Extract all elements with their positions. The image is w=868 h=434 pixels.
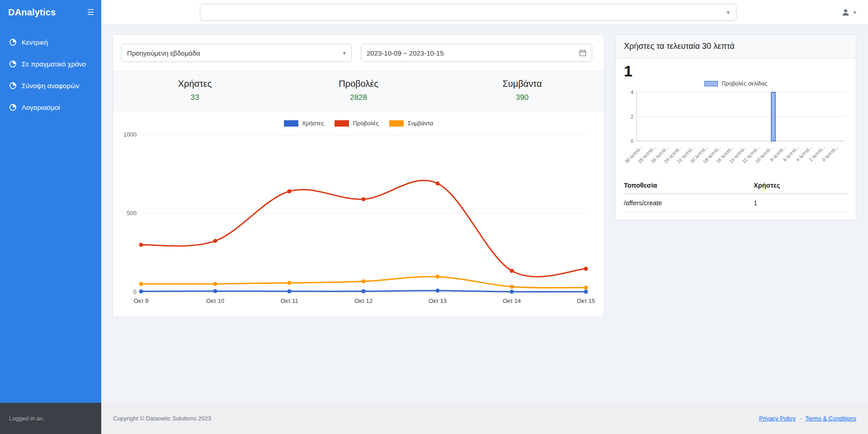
legend-label: Προβολές σελίδας [722, 80, 767, 87]
user-icon [841, 8, 850, 17]
active-users-count: 1 [616, 58, 856, 80]
stat-views-label: Προβολές [277, 79, 440, 89]
sidebar-footer: Logged in as: [0, 403, 101, 434]
realtime-chart-legend: Προβολές σελίδας [616, 80, 856, 87]
calendar-icon [579, 49, 586, 57]
traffic-chart-legend: Χρήστες Προβολές Συμβάντα [118, 115, 599, 127]
svg-text:0: 0 [133, 288, 137, 295]
user-menu-button[interactable]: ▾ [841, 8, 856, 17]
app-title[interactable]: DAnalytics [8, 7, 56, 18]
svg-text:Οκτ 15: Οκτ 15 [577, 297, 595, 304]
sidebar-item-home[interactable]: Κεντρική [0, 31, 101, 53]
filters-row: Προηγούμενη εβδομάδα ▾ 2023-10-09 ~ 2023… [113, 35, 604, 71]
realtime-panel-body: 1 Προβολές σελίδας 02430 λεπτά...28 λεπτ… [616, 58, 856, 212]
sidebar-item-accounts[interactable]: Λογαριασμοί [0, 96, 101, 118]
legend-swatch [284, 120, 298, 127]
period-select[interactable]: Προηγούμενη εβδομάδα ▾ [121, 44, 352, 62]
table-cell-location: /offers/create [624, 194, 754, 212]
sidebar-item-label: Κεντρική [22, 38, 48, 46]
sidebar-item-realtime[interactable]: Σε πραγματικό χρόνο [0, 53, 101, 75]
svg-text:2: 2 [631, 114, 633, 119]
sidebar-header: DAnalytics ☰ [0, 0, 101, 25]
date-range-input[interactable]: 2023-10-09 ~ 2023-10-15 [361, 44, 592, 62]
pie-chart-icon [9, 60, 17, 68]
topbar: ▾ ▾ [101, 0, 868, 25]
realtime-bar-chart: 02430 λεπτά...28 λεπτά...26 λεπτά...24 λ… [623, 89, 848, 171]
realtime-pages-table: Τοποθεσία Χρήστες /offers/create 1 [624, 177, 848, 212]
main-column: ▾ ▾ Προηγούμενη εβδομάδα ▾ 2023-10-09 ~ … [101, 0, 868, 434]
app-root: DAnalytics ☰ Κεντρική Σε πραγματικό χρόν… [0, 0, 868, 434]
table-cell-users: 1 [754, 194, 848, 212]
stats-row: Χρήστες 33 Προβολές 2828 Συμβάντα 390 [113, 71, 604, 111]
legend-swatch [704, 81, 718, 86]
terms-link[interactable]: Terms & Conditions [805, 415, 856, 422]
logged-in-as-label: Logged in as: [9, 415, 44, 422]
sidebar-item-label: Λογαριασμοί [22, 104, 60, 111]
table-row: /offers/create 1 [624, 194, 848, 212]
legend-item-pageviews: Προβολές σελίδας [704, 80, 767, 87]
links-separator: · [800, 415, 802, 422]
stat-views-value: 2828 [277, 93, 440, 102]
pie-chart-icon [9, 38, 17, 46]
stat-events-value: 390 [440, 93, 604, 102]
stat-events: Συμβάντα 390 [440, 79, 604, 102]
legend-label: Συμβάντα [407, 120, 433, 127]
traffic-line-chart: 05001000Οκτ 9Οκτ 10Οκτ 11Οκτ 12Οκτ 13Οκτ… [118, 127, 599, 308]
menu-toggle-button[interactable]: ☰ [87, 8, 94, 17]
realtime-panel: Χρήστες τα τελευταία 30 λεπτά 1 Προβολές… [615, 34, 856, 220]
chevron-down-icon: ▾ [726, 9, 730, 15]
svg-text:Οκτ 11: Οκτ 11 [281, 297, 298, 304]
realtime-panel-title: Χρήστες τα τελευταία 30 λεπτά [616, 35, 856, 58]
stat-users: Χρήστες 33 [113, 79, 277, 102]
legend-item-users: Χρήστες [284, 120, 324, 127]
svg-text:Οκτ 14: Οκτ 14 [503, 297, 521, 304]
date-range-value: 2023-10-09 ~ 2023-10-15 [367, 49, 444, 57]
legend-item-views: Προβολές [335, 120, 378, 127]
sidebar-item-label: Σύνοψη αναφορών [22, 82, 79, 90]
svg-text:500: 500 [127, 210, 137, 217]
sidebar-item-label: Σε πραγματικό χρόνο [22, 60, 86, 68]
sidebar: DAnalytics ☰ Κεντρική Σε πραγματικό χρόν… [0, 0, 101, 434]
period-select-value: Προηγούμενη εβδομάδα [127, 49, 200, 57]
stat-views: Προβολές 2828 [277, 79, 440, 102]
chevron-down-icon: ▾ [343, 50, 346, 56]
footer-links: Privacy Policy · Terms & Conditions [759, 415, 856, 422]
pie-chart-icon [9, 82, 17, 90]
svg-text:Οκτ 12: Οκτ 12 [354, 297, 373, 304]
svg-text:1000: 1000 [123, 131, 137, 138]
svg-text:4: 4 [631, 90, 633, 95]
account-search-select[interactable]: ▾ [200, 4, 736, 21]
chevron-down-icon: ▾ [853, 9, 856, 15]
legend-label: Προβολές [353, 120, 378, 127]
traffic-panel: Προηγούμενη εβδομάδα ▾ 2023-10-09 ~ 2023… [113, 34, 604, 317]
footer: Copyright © Datanetic Solutions 2023 Pri… [101, 403, 868, 434]
realtime-chart-wrap: 02430 λεπτά...28 λεπτά...26 λεπτά...24 λ… [616, 87, 856, 173]
legend-swatch [335, 120, 349, 127]
svg-text:Οκτ 9: Οκτ 9 [134, 297, 149, 304]
sidebar-item-reports[interactable]: Σύνοψη αναφορών [0, 75, 101, 96]
table-header-users: Χρήστες [754, 177, 848, 194]
svg-text:Οκτ 10: Οκτ 10 [206, 297, 224, 304]
pie-chart-icon [9, 104, 17, 111]
svg-text:Οκτ 13: Οκτ 13 [429, 297, 447, 304]
stat-users-value: 33 [113, 93, 277, 102]
privacy-policy-link[interactable]: Privacy Policy [759, 415, 796, 422]
sidebar-nav: Κεντρική Σε πραγματικό χρόνο Σύνοψη αναφ… [0, 31, 101, 403]
table-header-row: Τοποθεσία Χρήστες [624, 177, 848, 194]
traffic-chart-block: Χρήστες Προβολές Συμβάντα 05001000Οκτ 9Ο… [113, 111, 604, 316]
stat-events-label: Συμβάντα [440, 79, 604, 89]
legend-swatch [389, 120, 404, 127]
svg-text:0: 0 [631, 138, 633, 144]
stat-users-label: Χρήστες [113, 79, 277, 89]
content-area: Προηγούμενη εβδομάδα ▾ 2023-10-09 ~ 2023… [101, 25, 868, 403]
legend-label: Χρήστες [302, 120, 324, 127]
table-header-location: Τοποθεσία [624, 177, 754, 194]
legend-item-events: Συμβάντα [389, 120, 433, 127]
copyright-text: Copyright © Datanetic Solutions 2023 [113, 415, 211, 422]
